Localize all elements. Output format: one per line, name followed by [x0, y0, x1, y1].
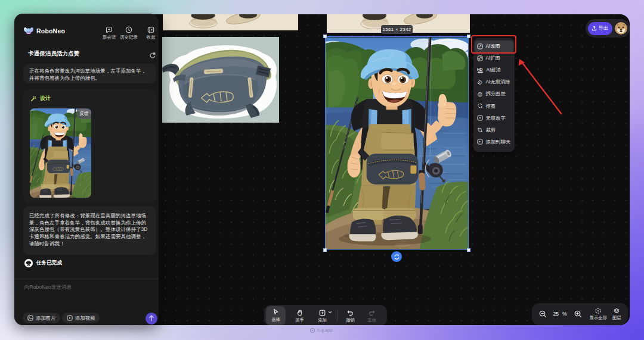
svg-text:HD: HD	[477, 67, 483, 71]
